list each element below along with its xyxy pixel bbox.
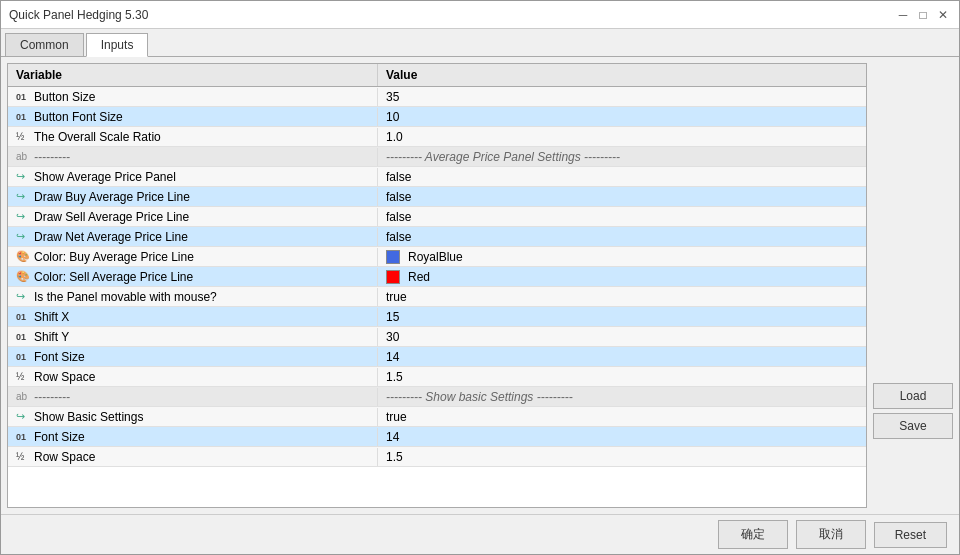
val-label: 15 [386,310,399,324]
var-label: Font Size [34,350,85,364]
table-row: ↪ Show Basic Settings true [8,407,866,427]
reset-button[interactable]: Reset [874,522,947,548]
type-icon-arrow: ↪ [16,190,30,203]
color-swatch-blue [386,250,400,264]
table-row-separator: ab --------- --------- Average Price Pan… [8,147,866,167]
table-row: 01 Shift Y 30 [8,327,866,347]
title-bar: Quick Panel Hedging 5.30 ─ □ ✕ [1,1,959,29]
val-label: Red [408,270,430,284]
type-icon-half: ½ [16,131,30,142]
val-label: 30 [386,330,399,344]
table-row: 01 Button Size 35 [8,87,866,107]
val-label: 14 [386,430,399,444]
main-content: Variable Value 01 Button Size 35 [1,57,959,514]
table-row: 01 Font Size 14 [8,427,866,447]
val-label: 1.5 [386,450,403,464]
var-label: Is the Panel movable with mouse? [34,290,217,304]
table-row: ↪ Draw Buy Average Price Line false [8,187,866,207]
val-label: RoyalBlue [408,250,463,264]
val-label: false [386,190,411,204]
tab-inputs[interactable]: Inputs [86,33,149,57]
val-label: 35 [386,90,399,104]
var-label: Color: Buy Average Price Line [34,250,194,264]
table-row: ↪ Draw Net Average Price Line false [8,227,866,247]
table-row: ½ The Overall Scale Ratio 1.0 [8,127,866,147]
table-row: ½ Row Space 1.5 [8,367,866,387]
var-label: Row Space [34,450,95,464]
footer: 确定 取消 Reset [1,514,959,554]
type-icon-arrow: ↪ [16,230,30,243]
val-label: 14 [386,350,399,364]
window-title: Quick Panel Hedging 5.30 [9,8,148,22]
type-icon-01: 01 [16,332,30,342]
var-label: Row Space [34,370,95,384]
var-label: Draw Net Average Price Line [34,230,188,244]
var-label: Draw Sell Average Price Line [34,210,189,224]
type-icon-arrow: ↪ [16,170,30,183]
table-row: 🎨 Color: Sell Average Price Line Red [8,267,866,287]
header-value: Value [378,64,866,86]
side-button-panel: Load Save [873,63,953,508]
var-label: --------- [34,150,70,164]
val-label: true [386,290,407,304]
type-icon-01: 01 [16,432,30,442]
table-row-separator: ab --------- --------- Show basic Settin… [8,387,866,407]
type-icon-arrow: ↪ [16,210,30,223]
save-button[interactable]: Save [873,413,953,439]
var-label: The Overall Scale Ratio [34,130,161,144]
type-icon-palette: 🎨 [16,270,30,283]
var-label: Show Average Price Panel [34,170,176,184]
val-label: 10 [386,110,399,124]
var-label: Draw Buy Average Price Line [34,190,190,204]
confirm-button[interactable]: 确定 [718,520,788,549]
var-label: --------- [34,390,70,404]
table-row: ↪ Is the Panel movable with mouse? true [8,287,866,307]
type-icon-arrow: ↪ [16,410,30,423]
val-label: --------- Show basic Settings --------- [386,390,573,404]
table-row: 01 Button Font Size 10 [8,107,866,127]
color-swatch-red [386,270,400,284]
type-icon-arrow: ↪ [16,290,30,303]
type-icon-half: ½ [16,371,30,382]
window-controls: ─ □ ✕ [895,7,951,23]
type-icon-01: 01 [16,92,30,102]
minimize-button[interactable]: ─ [895,7,911,23]
table-header: Variable Value [8,64,866,87]
type-icon-ab: ab [16,151,30,162]
header-variable: Variable [8,64,378,86]
val-label: 1.0 [386,130,403,144]
main-window: Quick Panel Hedging 5.30 ─ □ ✕ Common In… [0,0,960,555]
var-label: Shift Y [34,330,69,344]
load-button[interactable]: Load [873,383,953,409]
maximize-button[interactable]: □ [915,7,931,23]
tab-common[interactable]: Common [5,33,84,56]
type-icon-palette: 🎨 [16,250,30,263]
table-row: ↪ Show Average Price Panel false [8,167,866,187]
var-label: Button Size [34,90,95,104]
val-label: false [386,210,411,224]
table-body[interactable]: 01 Button Size 35 01 Button Font Size 10 [8,87,866,507]
var-label: Color: Sell Average Price Line [34,270,193,284]
close-button[interactable]: ✕ [935,7,951,23]
table-row: ½ Row Space 1.5 [8,447,866,467]
tab-bar: Common Inputs [1,29,959,57]
var-label: Button Font Size [34,110,123,124]
data-table: Variable Value 01 Button Size 35 [7,63,867,508]
var-label: Font Size [34,430,85,444]
table-row: ↪ Draw Sell Average Price Line false [8,207,866,227]
var-label: Show Basic Settings [34,410,143,424]
val-label: true [386,410,407,424]
table-row: 01 Font Size 14 [8,347,866,367]
table-row: 🎨 Color: Buy Average Price Line RoyalBlu… [8,247,866,267]
type-icon-half: ½ [16,451,30,462]
type-icon-01: 01 [16,112,30,122]
type-icon-ab: ab [16,391,30,402]
val-label: false [386,230,411,244]
var-label: Shift X [34,310,69,324]
val-label: false [386,170,411,184]
type-icon-01: 01 [16,352,30,362]
val-label: 1.5 [386,370,403,384]
table-row: 01 Shift X 15 [8,307,866,327]
cancel-button[interactable]: 取消 [796,520,866,549]
type-icon-01: 01 [16,312,30,322]
